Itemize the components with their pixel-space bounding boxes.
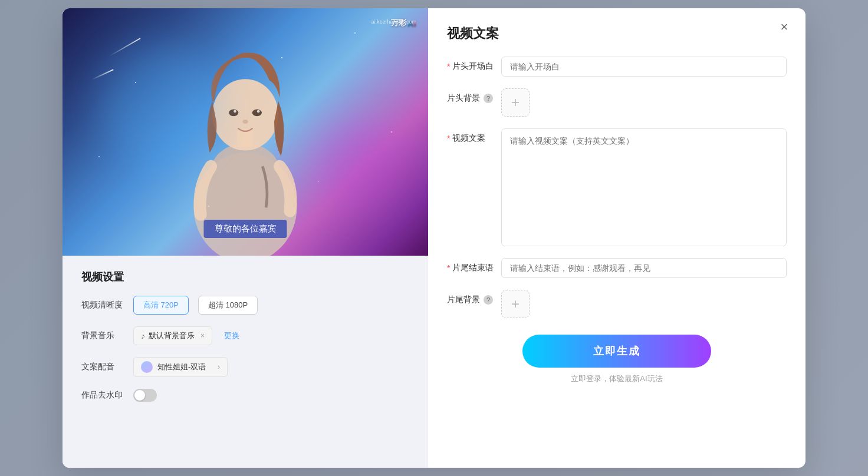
svg-point-2 bbox=[212, 79, 278, 150]
bg-outro-help-icon[interactable]: ? bbox=[484, 295, 493, 305]
video-preview: 万彩AI ai.keerhan365.com bbox=[63, 8, 428, 256]
svg-point-6 bbox=[257, 110, 260, 113]
music-tag: ♪ 默认背景音乐 × bbox=[133, 326, 212, 345]
content-row: * 视频文案 bbox=[447, 128, 787, 246]
voice-row: 文案配音 知性姐姐-双语 › bbox=[81, 357, 409, 377]
voice-label: 文案配音 bbox=[81, 362, 124, 372]
close-button[interactable]: × bbox=[775, 18, 794, 37]
content-textarea[interactable] bbox=[501, 128, 787, 246]
left-panel: 万彩AI ai.keerhan365.com bbox=[63, 8, 428, 468]
bg-intro-label: 片头背景 ? bbox=[447, 88, 494, 104]
voice-avatar bbox=[141, 361, 153, 373]
svg-point-4 bbox=[252, 110, 262, 117]
svg-rect-1 bbox=[237, 128, 254, 148]
quality-hd-button[interactable]: 高清 720P bbox=[133, 296, 189, 315]
login-hint-text: 立即登录，体验最新AI玩法 bbox=[571, 374, 662, 383]
music-remove-icon[interactable]: × bbox=[200, 332, 205, 340]
voice-selector[interactable]: 知性姐姐-双语 › bbox=[133, 357, 228, 377]
music-name: 默认背景音乐 bbox=[149, 330, 195, 341]
voice-name: 知性姐姐-双语 bbox=[157, 362, 206, 372]
add-outro-bg-button[interactable]: + bbox=[501, 290, 530, 318]
video-settings: 视频设置 视频清晰度 高清 720P 超清 1080P 背景音乐 ♪ 默认背景音… bbox=[63, 256, 428, 468]
opening-required: * bbox=[447, 62, 450, 71]
watermark-sub: ai.keerhan365.com bbox=[371, 19, 416, 25]
opening-label: * 片头开场白 bbox=[447, 57, 494, 72]
chevron-right-icon: › bbox=[218, 363, 220, 371]
watermark-toggle-label: 作品去水印 bbox=[81, 390, 124, 401]
svg-point-3 bbox=[229, 110, 238, 117]
bg-outro-label: 片尾背景 ? bbox=[447, 290, 494, 305]
generate-button[interactable]: 立即生成 bbox=[522, 335, 711, 368]
right-panel: 视频文案 * 片头开场白 片头背景 ? + * bbox=[428, 8, 805, 468]
music-note-icon: ♪ bbox=[141, 331, 145, 341]
bg-intro-help-icon[interactable]: ? bbox=[484, 94, 493, 103]
music-change-button[interactable]: 更换 bbox=[222, 330, 242, 341]
quality-row: 视频清晰度 高清 720P 超清 1080P bbox=[81, 296, 409, 315]
closing-required: * bbox=[447, 263, 450, 273]
panel-title: 视频文案 bbox=[447, 25, 787, 42]
generate-section: 立即生成 立即登录，体验最新AI玩法 bbox=[447, 335, 787, 384]
video-background: 万彩AI ai.keerhan365.com bbox=[63, 8, 428, 256]
glow-blue bbox=[98, 44, 216, 161]
svg-point-0 bbox=[194, 153, 297, 256]
subtitle-bar: 尊敬的各位嘉宾 bbox=[204, 220, 287, 238]
quality-fhd-button[interactable]: 超清 1080P bbox=[198, 296, 258, 315]
content-required: * bbox=[447, 134, 450, 143]
login-hint: 立即登录，体验最新AI玩法 bbox=[571, 373, 662, 384]
bg-outro-row: 片尾背景 ? + bbox=[447, 290, 787, 318]
closing-label: * 片尾结束语 bbox=[447, 258, 494, 273]
watermark-toggle[interactable] bbox=[133, 389, 157, 402]
svg-point-5 bbox=[234, 110, 236, 113]
main-modal: × 万彩AI ai.keerhan365.com bbox=[63, 8, 805, 468]
quality-label: 视频清晰度 bbox=[81, 300, 124, 310]
closing-row: * 片尾结束语 bbox=[447, 258, 787, 278]
watermark-row: 作品去水印 bbox=[81, 389, 409, 402]
music-label: 背景音乐 bbox=[81, 330, 124, 341]
svg-point-7 bbox=[242, 120, 248, 124]
add-intro-bg-button[interactable]: + bbox=[501, 88, 530, 117]
music-row: 背景音乐 ♪ 默认背景音乐 × 更换 bbox=[81, 326, 409, 345]
opening-input[interactable] bbox=[501, 57, 787, 77]
bg-intro-row: 片头背景 ? + bbox=[447, 88, 787, 117]
content-label: * 视频文案 bbox=[447, 128, 494, 144]
closing-input[interactable] bbox=[501, 258, 787, 278]
glow-purple bbox=[316, 120, 405, 209]
settings-title: 视频设置 bbox=[81, 270, 409, 284]
opening-row: * 片头开场白 bbox=[447, 57, 787, 77]
